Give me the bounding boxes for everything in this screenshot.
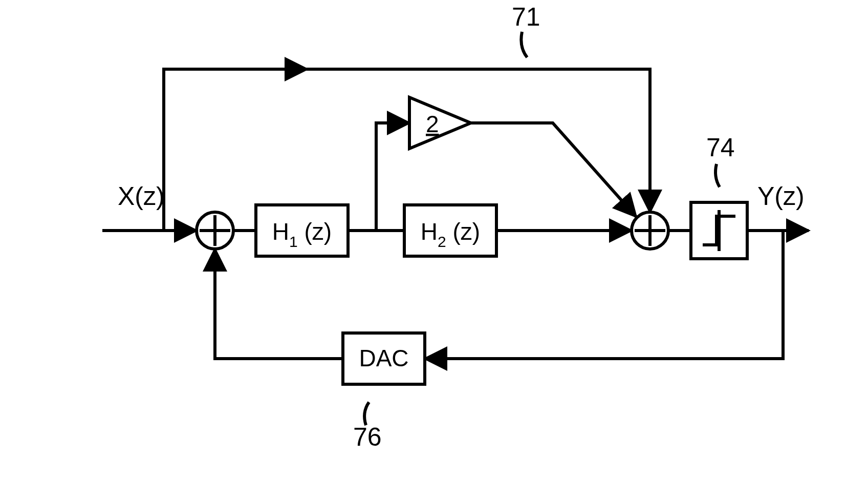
- wire-gain-s2: [471, 123, 636, 217]
- svg-marker-3: [409, 97, 471, 149]
- output-label: Y(z): [757, 182, 805, 211]
- leader-74: [715, 164, 720, 187]
- summing-junction-2: [632, 212, 668, 249]
- block-diagram: 71 74 76 X(z) H1 (z) 2 H2 (z): [0, 0, 868, 478]
- block-dac-label: DAC: [359, 345, 408, 371]
- leader-71: [521, 32, 527, 57]
- input-label: X(z): [118, 182, 165, 211]
- ref-76: 76: [353, 423, 382, 451]
- ref-71: 71: [512, 3, 540, 31]
- gain-label: 2: [426, 111, 439, 137]
- leader-76: [364, 402, 369, 425]
- ref-74: 74: [706, 133, 735, 162]
- gain-block: 2: [409, 97, 471, 149]
- summing-junction-1: [197, 212, 233, 249]
- wire-fb-left: [215, 249, 343, 359]
